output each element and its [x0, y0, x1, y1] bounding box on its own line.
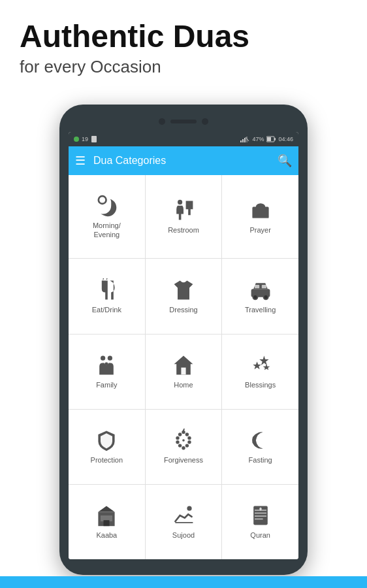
svg-rect-48 [255, 519, 263, 520]
phone-top-bar [69, 114, 298, 129]
category-cell-blessings[interactable]: Blessings [222, 335, 298, 409]
signal-bars-icon [240, 136, 249, 142]
hamburger-menu-button[interactable]: ☰ [75, 154, 86, 168]
stars-icon [249, 353, 272, 377]
category-cell-protection[interactable]: Protection [69, 410, 145, 484]
svg-rect-47 [255, 515, 266, 517]
signal-strength: 19 [82, 136, 88, 142]
category-label-quran: Quran [250, 531, 270, 540]
svg-point-36 [178, 433, 182, 436]
category-label-restroom: Restroom [168, 226, 199, 235]
category-label-family: Family [96, 381, 117, 389]
category-label-fasting: Fasting [249, 456, 272, 465]
category-cell-eat-drink[interactable]: Eat/Drink [69, 259, 145, 333]
category-label-travelling: Travelling [245, 306, 276, 314]
svg-rect-42 [104, 521, 110, 527]
svg-rect-23 [181, 368, 185, 375]
eat-drink-icon [95, 278, 118, 302]
svg-marker-40 [99, 506, 115, 512]
svg-rect-18 [255, 285, 259, 288]
svg-rect-13 [252, 207, 268, 219]
prayer-mosque-icon [249, 199, 272, 222]
svg-rect-3 [244, 138, 246, 142]
svg-point-34 [176, 440, 179, 444]
svg-point-29 [187, 436, 191, 440]
phone-shell: 19 47% 04: [59, 105, 308, 575]
quran-icon [249, 504, 272, 527]
category-cell-travelling[interactable]: Travelling [222, 259, 298, 333]
svg-point-33 [178, 444, 182, 448]
crescent-icon [249, 429, 272, 452]
category-label-prayer: Prayer [249, 226, 270, 235]
svg-rect-1 [240, 140, 242, 142]
status-bar: 19 47% 04: [69, 132, 298, 146]
bottom-stripe [0, 576, 367, 588]
category-label-dressing: Dressing [169, 306, 197, 314]
status-right: 47% 04:46 [240, 136, 293, 142]
search-button[interactable]: 🔍 [278, 154, 292, 168]
main-subtitle: for every Occasion [20, 57, 347, 77]
category-cell-morning-evening[interactable]: Morning/Evening [69, 175, 145, 258]
svg-point-21 [108, 356, 112, 361]
family-icon [95, 353, 118, 377]
status-left: 19 [74, 136, 97, 142]
svg-marker-26 [263, 364, 270, 370]
svg-rect-19 [261, 285, 266, 288]
svg-rect-2 [242, 139, 244, 142]
svg-point-32 [182, 446, 185, 449]
svg-point-20 [101, 356, 105, 361]
svg-point-31 [185, 444, 189, 448]
page-header: Authentic Duas for every Occasion [0, 0, 367, 84]
category-cell-dressing[interactable]: Dressing [146, 259, 222, 333]
category-cell-sujood[interactable]: Sujood [146, 485, 222, 559]
svg-point-43 [187, 506, 191, 511]
category-cell-kaaba[interactable]: Kaaba [69, 485, 145, 559]
kaaba-icon [95, 504, 118, 527]
battery-icon [266, 136, 276, 142]
category-grid: Morning/Evening Restroom Prayer [69, 175, 298, 559]
car-icon [249, 278, 272, 302]
shirt-icon [172, 278, 195, 302]
front-camera [159, 118, 165, 125]
category-label-morning-evening: Morning/Evening [93, 221, 121, 238]
battery-percent: 47% [252, 136, 264, 142]
svg-point-10 [100, 197, 106, 203]
category-cell-restroom[interactable]: Restroom [146, 175, 222, 258]
sensor [202, 118, 208, 125]
category-label-sujood: Sujood [172, 531, 195, 540]
toolbar-title: Dua Categories [93, 155, 278, 167]
home-icon [172, 353, 195, 377]
category-label-kaaba: Kaaba [96, 531, 117, 540]
phone-screen: 19 47% 04: [69, 132, 298, 559]
svg-point-37 [183, 430, 184, 431]
category-label-protection: Protection [91, 456, 123, 465]
svg-point-17 [263, 295, 268, 299]
category-label-eat-drink: Eat/Drink [92, 306, 121, 314]
svg-point-30 [187, 440, 191, 444]
time-display: 04:46 [278, 136, 293, 142]
category-cell-family[interactable]: Family [69, 335, 145, 409]
category-cell-quran[interactable]: Quran [222, 485, 298, 559]
sujood-icon [172, 504, 195, 527]
restroom-icon [172, 199, 195, 222]
svg-rect-0 [91, 136, 97, 142]
sim-icon [91, 136, 97, 142]
category-label-blessings: Blessings [245, 381, 276, 389]
prayer-beads-icon [172, 429, 195, 452]
svg-point-38 [182, 439, 185, 442]
category-cell-home[interactable]: Home [146, 335, 222, 409]
svg-rect-8 [267, 137, 271, 141]
shield-icon [95, 429, 118, 452]
svg-point-35 [176, 436, 179, 440]
svg-point-16 [253, 295, 257, 299]
svg-point-11 [178, 200, 182, 204]
svg-rect-46 [255, 513, 266, 514]
category-cell-prayer[interactable]: Prayer [222, 175, 298, 258]
category-cell-forgiveness[interactable]: Forgiveness [146, 410, 222, 484]
app-toolbar: ☰ Dua Categories 🔍 [69, 146, 298, 175]
category-cell-fasting[interactable]: Fasting [222, 410, 298, 484]
speaker [170, 120, 197, 123]
network-indicator [74, 137, 79, 142]
svg-rect-7 [274, 138, 276, 140]
svg-marker-24 [259, 356, 268, 365]
